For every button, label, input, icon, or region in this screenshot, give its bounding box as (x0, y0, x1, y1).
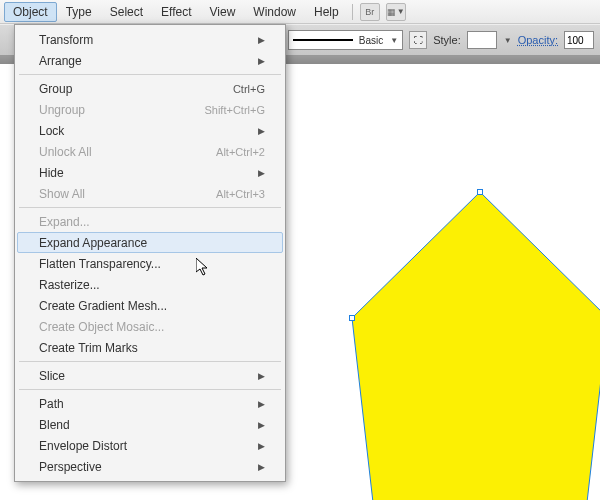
submenu-arrow-icon: ▶ (258, 441, 265, 451)
menu-item-blend[interactable]: Blend▶ (17, 414, 283, 435)
menu-item-hide[interactable]: Hide▶ (17, 162, 283, 183)
menu-item-slice[interactable]: Slice▶ (17, 365, 283, 386)
menu-item-perspective[interactable]: Perspective▶ (17, 456, 283, 477)
menu-item-label: Envelope Distort (39, 439, 127, 453)
chevron-down-icon[interactable]: ▼ (504, 36, 512, 45)
style-label: Style: (433, 34, 461, 46)
selected-pentagon-shape[interactable] (350, 184, 600, 500)
menu-item-arrange[interactable]: Arrange▶ (17, 50, 283, 71)
chevron-down-icon: ▼ (390, 36, 398, 45)
menu-item-ungroup: UngroupShift+Ctrl+G (17, 99, 283, 120)
menu-item-label: Create Object Mosaic... (39, 320, 164, 334)
menu-item-label: Transform (39, 33, 93, 47)
submenu-arrow-icon: ▶ (258, 126, 265, 136)
menu-separator (19, 74, 281, 75)
submenu-arrow-icon: ▶ (258, 462, 265, 472)
stroke-style-select[interactable]: Basic ▼ (288, 30, 403, 50)
opacity-label[interactable]: Opacity: (518, 34, 558, 46)
opacity-input[interactable] (564, 31, 594, 49)
menu-item-label: Perspective (39, 460, 102, 474)
menu-view[interactable]: View (201, 2, 245, 22)
menu-item-create-trim-marks[interactable]: Create Trim Marks (17, 337, 283, 358)
menu-item-label: Expand... (39, 215, 90, 229)
menu-item-lock[interactable]: Lock▶ (17, 120, 283, 141)
arrange-docs-icon[interactable]: ▦▼ (386, 3, 406, 21)
menu-separator (19, 389, 281, 390)
graphic-style-select[interactable] (467, 31, 497, 49)
menubar-separator (352, 4, 353, 20)
menu-item-create-object-mosaic: Create Object Mosaic... (17, 316, 283, 337)
menu-item-label: Blend (39, 418, 70, 432)
submenu-arrow-icon: ▶ (258, 420, 265, 430)
menu-item-label: Flatten Transparency... (39, 257, 161, 271)
menu-item-label: Hide (39, 166, 64, 180)
menu-item-shortcut: Alt+Ctrl+3 (216, 188, 265, 200)
menu-item-flatten-transparency[interactable]: Flatten Transparency... (17, 253, 283, 274)
svg-marker-0 (352, 192, 600, 500)
menu-item-group[interactable]: GroupCtrl+G (17, 78, 283, 99)
menu-item-unlock-all: Unlock AllAlt+Ctrl+2 (17, 141, 283, 162)
anchor-point[interactable] (477, 189, 483, 195)
menu-item-expand: Expand... (17, 211, 283, 232)
submenu-arrow-icon: ▶ (258, 35, 265, 45)
stroke-style-label: Basic (359, 35, 383, 46)
menubar: Object Type Select Effect View Window He… (0, 0, 600, 24)
submenu-arrow-icon: ▶ (258, 371, 265, 381)
menu-item-show-all: Show AllAlt+Ctrl+3 (17, 183, 283, 204)
menu-item-label: Expand Appearance (39, 236, 147, 250)
menu-item-envelope-distort[interactable]: Envelope Distort▶ (17, 435, 283, 456)
menu-item-label: Unlock All (39, 145, 92, 159)
brush-def-icon[interactable]: ⛶ (409, 31, 427, 49)
menu-item-label: Arrange (39, 54, 82, 68)
menu-separator (19, 207, 281, 208)
menu-item-label: Create Gradient Mesh... (39, 299, 167, 313)
menu-item-label: Create Trim Marks (39, 341, 138, 355)
menu-item-transform[interactable]: Transform▶ (17, 29, 283, 50)
menu-item-shortcut: Alt+Ctrl+2 (216, 146, 265, 158)
menu-help[interactable]: Help (305, 2, 348, 22)
menu-type[interactable]: Type (57, 2, 101, 22)
anchor-point[interactable] (349, 315, 355, 321)
menu-window[interactable]: Window (244, 2, 305, 22)
menu-item-shortcut: Shift+Ctrl+G (204, 104, 265, 116)
menu-item-label: Path (39, 397, 64, 411)
menu-item-path[interactable]: Path▶ (17, 393, 283, 414)
menu-item-expand-appearance[interactable]: Expand Appearance (17, 232, 283, 253)
submenu-arrow-icon: ▶ (258, 168, 265, 178)
menu-object[interactable]: Object (4, 2, 57, 22)
object-menu-dropdown: Transform▶Arrange▶GroupCtrl+GUngroupShif… (14, 24, 286, 482)
submenu-arrow-icon: ▶ (258, 399, 265, 409)
menu-item-label: Rasterize... (39, 278, 100, 292)
submenu-arrow-icon: ▶ (258, 56, 265, 66)
menu-item-label: Lock (39, 124, 64, 138)
menu-item-create-gradient-mesh[interactable]: Create Gradient Mesh... (17, 295, 283, 316)
bridge-icon[interactable]: Br (360, 3, 380, 21)
menu-effect[interactable]: Effect (152, 2, 200, 22)
menu-select[interactable]: Select (101, 2, 152, 22)
menu-item-label: Show All (39, 187, 85, 201)
menu-item-rasterize[interactable]: Rasterize... (17, 274, 283, 295)
menu-separator (19, 361, 281, 362)
menu-item-label: Group (39, 82, 72, 96)
stroke-preview-icon (293, 39, 353, 41)
menu-item-shortcut: Ctrl+G (233, 83, 265, 95)
menu-item-label: Ungroup (39, 103, 85, 117)
menu-item-label: Slice (39, 369, 65, 383)
